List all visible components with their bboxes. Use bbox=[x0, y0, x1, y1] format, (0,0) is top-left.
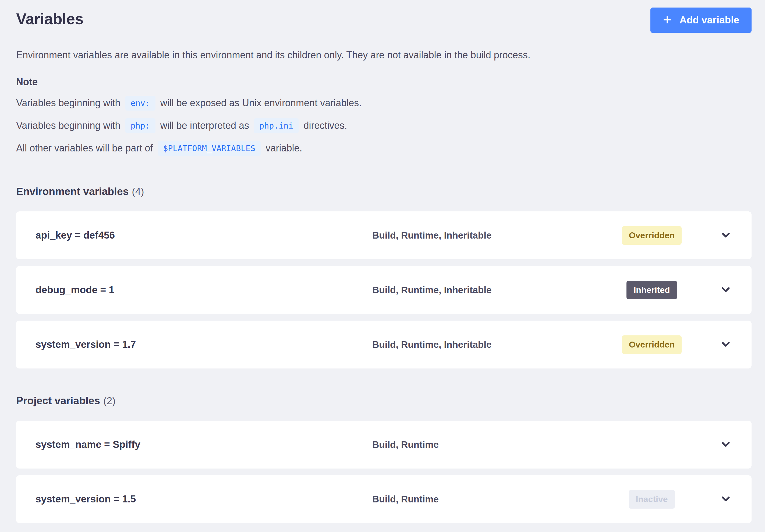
variable-row[interactable]: system_name = Spiffy Build, Runtime bbox=[16, 421, 752, 468]
variables-page: Variables + Add variable Environment var… bbox=[0, 0, 765, 523]
section-heading: Environment variables(4) bbox=[16, 186, 752, 198]
note-heading: Note bbox=[16, 76, 752, 88]
page-header: Variables + Add variable bbox=[16, 8, 752, 33]
section-title: Environment variables bbox=[16, 186, 129, 197]
section-title: Project variables bbox=[16, 395, 100, 406]
chevron-down-icon[interactable] bbox=[720, 283, 732, 295]
badge-cell: Overridden bbox=[594, 226, 710, 245]
note-text: All other variables will be part of bbox=[16, 140, 153, 157]
note-text: will be interpreted as bbox=[160, 117, 249, 134]
variable-sections: Environment variables(4) api_key = def45… bbox=[16, 186, 752, 523]
code-badge: php.ini bbox=[254, 118, 299, 133]
note-text: Variables beginning with bbox=[16, 95, 121, 111]
badge-cell: Inherited bbox=[594, 281, 710, 299]
variable-section: Environment variables(4) api_key = def45… bbox=[16, 186, 752, 368]
note-line: Variables beginning withphp:will be inte… bbox=[16, 117, 752, 134]
chevron-cell bbox=[710, 338, 742, 351]
variable-scopes: Build, Runtime bbox=[372, 494, 594, 505]
variable-row[interactable]: system_version = 1.7 Build, Runtime, Inh… bbox=[16, 320, 752, 368]
variable-row[interactable]: api_key = def456 Build, Runtime, Inherit… bbox=[16, 212, 752, 259]
variable-list: system_name = Spiffy Build, Runtime syst… bbox=[16, 421, 752, 523]
code-badge: env: bbox=[125, 96, 156, 111]
variable-name: debug_mode = 1 bbox=[36, 284, 372, 295]
description-text: Environment variables are available in t… bbox=[16, 50, 752, 61]
variable-name: api_key = def456 bbox=[36, 230, 372, 241]
chevron-cell bbox=[710, 492, 742, 506]
note-text: Variables beginning with bbox=[16, 117, 121, 134]
plus-icon: + bbox=[663, 12, 671, 27]
status-badge: Overridden bbox=[622, 226, 682, 245]
note-text: variable. bbox=[266, 140, 302, 157]
variable-list: api_key = def456 Build, Runtime, Inherit… bbox=[16, 212, 752, 368]
status-badge: Inherited bbox=[626, 281, 677, 299]
note-line: All other variables will be part of$PLAT… bbox=[16, 140, 752, 157]
variable-scopes: Build, Runtime bbox=[372, 439, 594, 450]
variable-scopes: Build, Runtime, Inheritable bbox=[372, 339, 594, 350]
variable-name: system_version = 1.7 bbox=[36, 339, 372, 350]
variable-name: system_version = 1.5 bbox=[36, 494, 372, 505]
add-variable-button[interactable]: + Add variable bbox=[650, 8, 752, 33]
status-badge: Inactive bbox=[629, 490, 675, 509]
code-badge: php: bbox=[125, 118, 156, 133]
chevron-down-icon[interactable] bbox=[720, 492, 732, 505]
variable-section: Project variables(2) system_name = Spiff… bbox=[16, 395, 752, 523]
status-badge: Overridden bbox=[622, 335, 682, 354]
section-count: (2) bbox=[103, 395, 115, 406]
badge-cell: Inactive bbox=[594, 490, 710, 509]
chevron-down-icon[interactable] bbox=[720, 229, 732, 241]
code-badge: $PLATFORM_VARIABLES bbox=[158, 141, 261, 156]
badge-cell: Overridden bbox=[594, 335, 710, 354]
note-line: Variables beginning withenv:will be expo… bbox=[16, 95, 752, 111]
variable-scopes: Build, Runtime, Inheritable bbox=[372, 284, 594, 295]
section-heading: Project variables(2) bbox=[16, 395, 752, 407]
add-variable-label: Add variable bbox=[679, 15, 739, 26]
variable-scopes: Build, Runtime, Inheritable bbox=[372, 230, 594, 241]
variable-name: system_name = Spiffy bbox=[36, 439, 372, 450]
note-text: will be exposed as Unix environment vari… bbox=[160, 95, 362, 111]
chevron-down-icon[interactable] bbox=[720, 438, 732, 450]
chevron-cell bbox=[710, 229, 742, 242]
chevron-down-icon[interactable] bbox=[720, 338, 732, 350]
variable-row[interactable]: system_version = 1.5 Build, Runtime Inac… bbox=[16, 475, 752, 523]
chevron-cell bbox=[710, 283, 742, 297]
note-text: directives. bbox=[304, 117, 347, 134]
variable-row[interactable]: debug_mode = 1 Build, Runtime, Inheritab… bbox=[16, 266, 752, 314]
page-title: Variables bbox=[16, 8, 83, 28]
chevron-cell bbox=[710, 438, 742, 451]
note-lines: Variables beginning withenv:will be expo… bbox=[16, 95, 752, 157]
section-count: (4) bbox=[132, 186, 144, 197]
